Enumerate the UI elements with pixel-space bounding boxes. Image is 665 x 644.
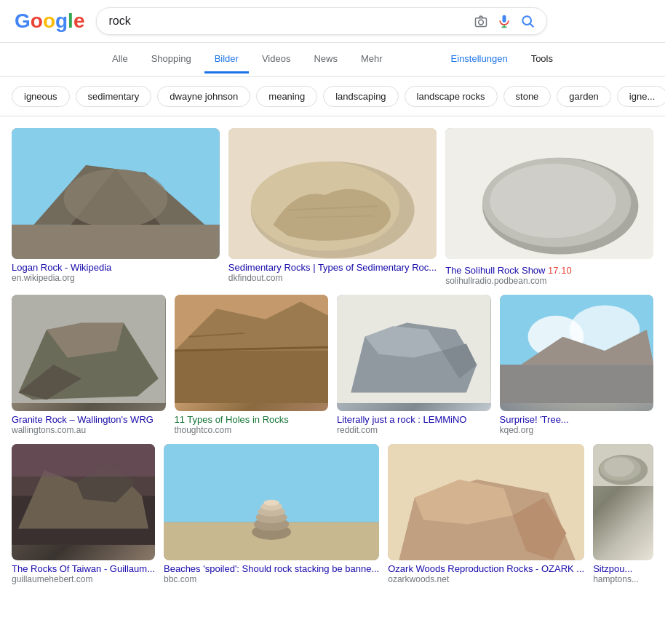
image-logan-rock [12,128,220,259]
image-card-logan-rock[interactable]: Logan Rock - Wikipedia en.wikipedia.org [12,128,220,286]
filter-chip-igne[interactable]: igne... [617,86,665,107]
filter-chip-dwayne-johnson[interactable]: dwayne johnson [157,86,250,107]
card-domain-ozark: ozarkwoods.net [388,574,584,584]
card-domain-sitzpou: hamptons... [593,574,653,584]
card-title-ozark: Ozark Woods Reproduction Rocks - OZARK .… [388,563,584,574]
card-title-holes: 11 Types of Holes in Rocks [175,414,329,425]
svg-point-52 [263,500,279,506]
svg-point-5 [523,16,532,25]
filter-chip-garden[interactable]: garden [557,86,610,107]
logo-letter-e: e [73,9,85,33]
card-title-taiwan: The Rocks Of Taiwan - Guillaum... [12,563,155,574]
voice-search-button[interactable] [497,14,511,28]
rock-svg-11 [500,295,654,403]
nav-tabs: Alle Shopping Bilder Videos News Mehr Ei… [0,43,665,77]
svg-point-1 [479,20,484,25]
search-icons [474,14,535,28]
image-sedimentary [228,128,437,259]
rock-svg-6 [337,295,491,403]
tab-tools[interactable]: Tools [521,46,563,73]
rock-svg-9 [388,444,584,560]
logo-letter-g: G [15,9,31,33]
search-icon [520,14,535,28]
rock-svg-8 [164,444,379,560]
filter-chips-row: igneous sedimentary dwayne johnson meani… [0,77,665,116]
image-granite [12,295,166,411]
tab-alle[interactable]: Alle [102,46,138,73]
svg-point-60 [604,458,634,477]
card-domain-logan-rock: en.wikipedia.org [12,273,220,283]
card-domain-lemmino: reddit.com [337,425,491,435]
image-card-granite[interactable]: Granite Rock – Wallington's WRG wallingt… [12,295,166,435]
solihull-badge: 17.10 [548,265,572,276]
svg-rect-27 [175,351,328,403]
filter-chip-landscape-rocks[interactable]: landscape rocks [405,86,498,107]
svg-point-21 [490,164,616,238]
image-card-sitzpou[interactable]: Sitzpou... hamptons... [593,444,653,584]
rock-svg-1 [12,128,220,259]
search-input[interactable] [108,15,466,28]
image-card-solihull[interactable]: The Solihull Rock Show 17.10 solihullrad… [445,128,653,286]
filter-chip-igneous[interactable]: igneous [12,86,70,107]
rock-svg-3 [445,128,653,259]
image-surprise [500,295,654,411]
rock-svg-5 [175,295,329,403]
card-domain-surprise: kqed.org [500,425,654,435]
image-sitzpou [593,444,653,560]
image-lemmino [337,295,491,411]
card-title-sedimentary: Sedimentary Rocks | Types of Sedimentary… [228,262,437,273]
image-card-lemmino[interactable]: Literally just a rock : LEMMiNO reddit.c… [337,295,491,435]
camera-icon [474,14,488,28]
camera-search-button[interactable] [474,14,488,28]
card-domain-holes: thoughtco.com [175,425,329,435]
svg-line-6 [530,24,534,28]
logo-letter-l: l [68,9,73,33]
image-card-surprise[interactable]: Surprise! 'Tree... kqed.org [500,295,654,435]
card-title-solihull: The Solihull Rock Show 17.10 [445,265,571,276]
tab-bilder[interactable]: Bilder [204,46,249,73]
rock-svg-4 [12,295,166,403]
search-bar[interactable] [96,7,547,35]
filter-chip-sedimentary[interactable]: sedimentary [76,86,152,107]
card-domain-beaches: bbc.com [164,574,379,584]
card-title-lemmino: Literally just a rock : LEMMiNO [337,414,491,425]
image-row-3: The Rocks Of Taiwan - Guillaum... guilla… [0,435,665,584]
card-title-sitzpou: Sitzpou... [593,563,653,574]
tab-news[interactable]: News [303,46,348,73]
search-bar-container [96,7,547,35]
image-ozark [388,444,584,560]
svg-rect-44 [12,444,155,477]
image-card-beaches[interactable]: Beaches 'spoiled': Should rock stacking … [164,444,379,584]
tab-shopping[interactable]: Shopping [141,46,202,73]
image-taiwan [12,444,155,560]
filter-chip-stone[interactable]: stone [503,86,551,107]
search-button[interactable] [520,14,535,28]
svg-point-12 [63,169,167,228]
image-card-ozark[interactable]: Ozark Woods Reproduction Rocks - OZARK .… [388,444,584,584]
card-title-granite: Granite Rock – Wallington's WRG [12,414,166,425]
image-solihull [445,128,653,259]
card-title-logan-rock: Logan Rock - Wikipedia [12,262,220,273]
tab-videos[interactable]: Videos [252,46,301,73]
image-card-holes[interactable]: 11 Types of Holes in Rocks thoughtco.com [175,295,329,435]
filter-chip-landscaping[interactable]: landscaping [323,86,398,107]
rock-svg-10 [593,444,653,486]
card-domain-solihull: solihullradio.podbean.com [445,276,653,286]
google-logo[interactable]: Google [15,9,84,33]
image-row-2: Granite Rock – Wallington's WRG wallingt… [0,286,665,435]
logo-letter-o1: o [31,9,43,33]
image-beaches [164,444,379,560]
card-domain-granite: wallingtons.com.au [12,425,166,435]
filter-chip-meaning[interactable]: meaning [256,86,317,107]
tab-mehr[interactable]: Mehr [351,46,393,73]
rock-svg-7 [12,444,155,545]
logo-letter-o2: o [43,9,55,33]
image-row-1: Logan Rock - Wikipedia en.wikipedia.org … [0,116,665,286]
card-domain-taiwan: guillaumehebert.com [12,574,155,584]
image-card-taiwan[interactable]: The Rocks Of Taiwan - Guillaum... guilla… [12,444,155,584]
tab-einstellungen[interactable]: Einstellungen [441,46,518,73]
image-card-sedimentary[interactable]: Sedimentary Rocks | Types of Sedimentary… [228,128,437,286]
svg-rect-36 [500,365,653,403]
logo-letter-g2: g [55,9,68,33]
microphone-icon [497,14,511,28]
